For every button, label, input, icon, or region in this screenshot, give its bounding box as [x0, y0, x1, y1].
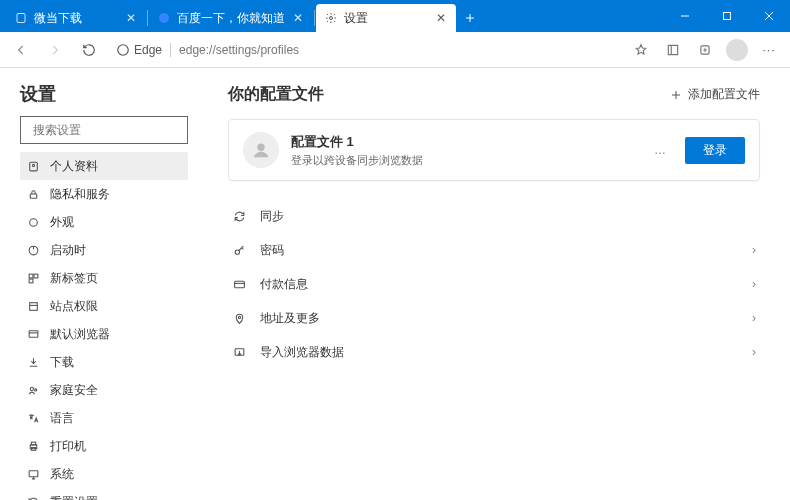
sidebar-item-reset[interactable]: 重置设置	[20, 488, 188, 500]
svg-rect-3	[724, 13, 731, 20]
row-label: 导入浏览器数据	[260, 344, 738, 361]
row-label: 地址及更多	[260, 310, 738, 327]
family-icon	[26, 384, 40, 397]
favorites-bar-button[interactable]	[658, 36, 688, 64]
sidebar-item-label: 家庭安全	[50, 382, 98, 399]
svg-rect-12	[29, 274, 33, 278]
menu-button[interactable]: ···	[754, 36, 784, 64]
power-icon	[26, 244, 40, 257]
add-profile-button[interactable]: 添加配置文件	[670, 86, 760, 103]
minimize-button[interactable]	[664, 0, 706, 32]
grid-icon	[26, 272, 40, 285]
window-controls	[664, 0, 790, 32]
chevron-right-icon: ›	[752, 243, 756, 257]
settings-search[interactable]	[20, 116, 188, 144]
svg-rect-9	[30, 193, 37, 197]
chevron-right-icon: ›	[752, 311, 756, 325]
sidebar-item-privacy[interactable]: 隐私和服务	[20, 180, 188, 208]
baidu-icon	[157, 11, 171, 25]
row-label: 同步	[260, 208, 756, 225]
sidebar-item-newtab[interactable]: 新标签页	[20, 264, 188, 292]
settings-heading: 设置	[20, 82, 188, 106]
sidebar-item-default-browser[interactable]: 默认浏览器	[20, 320, 188, 348]
sidebar-item-label: 下载	[50, 354, 74, 371]
sidebar-item-appearance[interactable]: 外观	[20, 208, 188, 236]
address-bar[interactable]: Edge edge://settings/profiles	[108, 37, 622, 63]
search-input[interactable]	[33, 123, 183, 137]
close-icon[interactable]: ✕	[124, 11, 138, 25]
collections-button[interactable]	[690, 36, 720, 64]
person-icon	[26, 160, 40, 173]
svg-point-10	[29, 218, 37, 226]
svg-rect-15	[29, 302, 37, 310]
sidebar-item-startup[interactable]: 启动时	[20, 236, 188, 264]
language-icon	[26, 412, 40, 425]
profile-more-button[interactable]: …	[648, 143, 673, 157]
edge-chip: Edge	[116, 43, 171, 57]
svg-point-17	[30, 387, 33, 390]
sidebar-item-profile[interactable]: 个人资料	[20, 152, 188, 180]
tab-1[interactable]: 微当下载 ✕	[6, 4, 146, 32]
sidebar-item-language[interactable]: 语言	[20, 404, 188, 432]
svg-point-25	[257, 144, 264, 151]
window-titlebar: 微当下载 ✕ 百度一下，你就知道 ✕ 设置 ✕	[0, 0, 790, 32]
sidebar-item-label: 个人资料	[50, 158, 98, 175]
svg-rect-20	[31, 442, 35, 445]
edge-chip-label: Edge	[134, 43, 162, 57]
forward-button[interactable]	[40, 36, 70, 64]
refresh-button[interactable]	[74, 36, 104, 64]
tab-title: 微当下载	[34, 10, 118, 27]
settings-content: 设置 个人资料 隐私和服务 外观 启动时 新标签页 站点权限	[0, 68, 790, 500]
sidebar-item-permissions[interactable]: 站点权限	[20, 292, 188, 320]
browser-icon	[26, 328, 40, 341]
svg-point-4	[118, 44, 129, 55]
printer-icon	[26, 440, 40, 453]
close-icon[interactable]: ✕	[434, 11, 448, 25]
appearance-icon	[26, 216, 40, 229]
system-icon	[26, 468, 40, 481]
row-sync[interactable]: 同步	[228, 199, 760, 233]
sidebar-item-label: 新标签页	[50, 270, 98, 287]
close-window-button[interactable]	[748, 0, 790, 32]
gear-icon	[324, 11, 338, 25]
sidebar-item-label: 站点权限	[50, 298, 98, 315]
sidebar-item-family[interactable]: 家庭安全	[20, 376, 188, 404]
sidebar-item-system[interactable]: 系统	[20, 460, 188, 488]
import-icon	[232, 346, 246, 359]
svg-rect-0	[17, 14, 25, 23]
login-button[interactable]: 登录	[685, 137, 745, 164]
new-tab-button[interactable]	[456, 12, 484, 24]
maximize-button[interactable]	[706, 0, 748, 32]
svg-point-28	[238, 316, 240, 318]
row-payment[interactable]: 付款信息 ›	[228, 267, 760, 301]
tab-divider	[314, 10, 315, 26]
profile-avatar[interactable]	[722, 36, 752, 64]
svg-point-8	[32, 164, 34, 166]
plus-icon	[670, 89, 682, 101]
back-button[interactable]	[6, 36, 36, 64]
chevron-right-icon: ›	[752, 345, 756, 359]
key-icon	[232, 244, 246, 257]
edge-icon	[116, 43, 130, 57]
svg-point-26	[235, 249, 239, 253]
sidebar-item-label: 重置设置	[50, 494, 98, 501]
page-title: 你的配置文件	[228, 84, 324, 105]
sidebar-item-label: 语言	[50, 410, 74, 427]
svg-rect-13	[34, 274, 38, 278]
close-icon[interactable]: ✕	[291, 11, 305, 25]
tab-3[interactable]: 设置 ✕	[316, 4, 456, 32]
svg-point-1	[159, 13, 169, 23]
favorite-button[interactable]	[626, 36, 656, 64]
row-addresses[interactable]: 地址及更多 ›	[228, 301, 760, 335]
row-import[interactable]: 导入浏览器数据 ›	[228, 335, 760, 369]
tab-2[interactable]: 百度一下，你就知道 ✕	[149, 4, 313, 32]
lock-icon	[26, 188, 40, 201]
row-passwords[interactable]: 密码 ›	[228, 233, 760, 267]
profile-name: 配置文件 1	[291, 133, 636, 151]
card-icon	[232, 278, 246, 291]
sidebar-item-label: 启动时	[50, 242, 86, 259]
sidebar-item-printers[interactable]: 打印机	[20, 432, 188, 460]
sidebar-item-downloads[interactable]: 下载	[20, 348, 188, 376]
location-icon	[232, 312, 246, 325]
address-url: edge://settings/profiles	[179, 43, 299, 57]
